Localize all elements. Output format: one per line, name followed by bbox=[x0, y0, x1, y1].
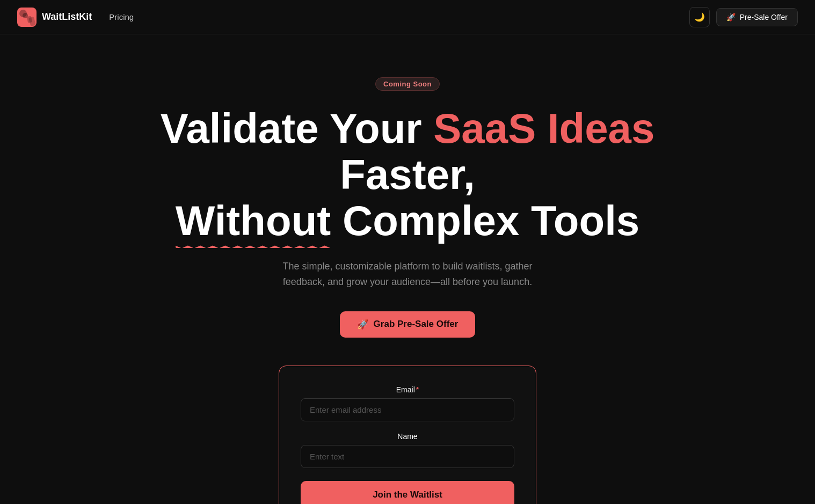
moon-icon: 🌙 bbox=[694, 12, 705, 22]
waitlist-form-card: Email* Name Join the Waitlist bbox=[279, 366, 536, 504]
logo-text: WaitListKit bbox=[42, 11, 92, 23]
navbar-right: 🌙 🚀 Pre-Sale Offer bbox=[689, 7, 798, 27]
name-label: Name bbox=[301, 432, 514, 441]
logo-icon bbox=[17, 8, 37, 27]
hero-title-without: Without bbox=[176, 198, 331, 244]
navbar-left: WaitListKit Pricing bbox=[17, 8, 134, 27]
coming-soon-badge: Coming Soon bbox=[375, 77, 440, 91]
email-required-marker: * bbox=[416, 385, 419, 394]
hero-section: Coming Soon Validate Your SaaS Ideas Fas… bbox=[0, 34, 815, 504]
rocket-cta-icon: 🚀 bbox=[357, 319, 368, 330]
navbar: WaitListKit Pricing 🌙 🚀 Pre-Sale Offer bbox=[0, 0, 815, 34]
email-input[interactable] bbox=[301, 398, 514, 421]
grab-btn-label: Grab Pre-Sale Offer bbox=[374, 319, 459, 330]
rocket-nav-icon: 🚀 bbox=[726, 13, 736, 21]
hero-title-line2-part2: Complex Tools bbox=[331, 197, 639, 244]
hero-title-highlight: SaaS Ideas bbox=[433, 106, 654, 152]
hero-title: Validate Your SaaS Ideas Faster, Without… bbox=[139, 106, 676, 244]
grab-presale-button[interactable]: 🚀 Grab Pre-Sale Offer bbox=[340, 311, 476, 338]
presale-nav-label: Pre-Sale Offer bbox=[740, 13, 788, 21]
presale-nav-button[interactable]: 🚀 Pre-Sale Offer bbox=[716, 8, 798, 26]
hero-subtitle: The simple, customizable platform to bui… bbox=[263, 259, 552, 290]
dark-mode-button[interactable]: 🌙 bbox=[689, 7, 710, 27]
join-waitlist-button[interactable]: Join the Waitlist bbox=[301, 481, 514, 504]
email-field-group: Email* bbox=[301, 385, 514, 421]
hero-title-part1: Validate Your bbox=[161, 105, 434, 152]
name-field-group: Name bbox=[301, 432, 514, 468]
nav-link-pricing[interactable]: Pricing bbox=[109, 12, 134, 21]
name-input[interactable] bbox=[301, 445, 514, 468]
hero-title-part2: Faster, bbox=[340, 151, 475, 198]
logo-wrapper: WaitListKit bbox=[17, 8, 92, 27]
svg-rect-1 bbox=[27, 16, 32, 23]
email-label: Email* bbox=[301, 385, 514, 394]
